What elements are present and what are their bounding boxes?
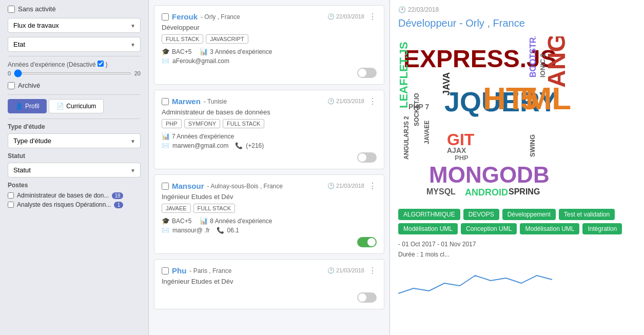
candidate-checkbox[interactable]: [162, 267, 169, 274]
range-max: 20: [134, 70, 141, 76]
card-info-row: 🎓 BAC+5📊 8 Années d'expérience: [162, 217, 377, 225]
candidate-card[interactable]: Phu - Paris , France 🕐 21/03/2018 ⋮ Ingé…: [154, 259, 384, 309]
skill-category-tag[interactable]: Test et validation: [559, 209, 615, 220]
postes-checkbox[interactable]: [8, 192, 14, 199]
timeline-chart: [398, 265, 636, 296]
card-header-left: Marwen - Tunisie: [162, 97, 227, 106]
flux-select[interactable]: Flux de travaux: [8, 18, 141, 33]
timeline-sub: Durée : 1 mois cl...: [398, 251, 636, 258]
postes-item: Analyste des risques Opérationn... 1: [8, 201, 141, 208]
candidate-card[interactable]: Ferouk - Orly , France 🕐 22/03/2018 ⋮ Dé…: [154, 5, 384, 85]
candidate-location: - Paris , France: [189, 267, 231, 274]
profil-tab[interactable]: 👤 Profil: [8, 99, 47, 113]
candidate-toggle[interactable]: [357, 152, 377, 163]
toggle-row: [162, 68, 377, 78]
skill-tag: JAVASCRIPT: [206, 34, 248, 44]
card-title: Ingénieur Etudes et Dév: [162, 278, 377, 285]
experience-info: 📊 8 Années d'expérience: [200, 217, 272, 225]
candidate-toggle[interactable]: [357, 68, 377, 78]
card-header: Phu - Paris , France 🕐 21/03/2018 ⋮: [162, 266, 377, 275]
curriculum-tab[interactable]: 📄 Curriculum: [49, 99, 104, 113]
right-date: 🕐 22/03/2018: [398, 6, 636, 13]
word-cloud-item: SOCKET.IO: [414, 93, 420, 126]
profil-curriculum-tabs: 👤 Profil 📄 Curriculum: [8, 99, 141, 113]
candidate-card[interactable]: Mansour - Aulnay-sous-Bois , France 🕐 21…: [154, 174, 384, 254]
card-date: 🕐 21/03/2018: [327, 183, 364, 189]
sans-activite-checkbox[interactable]: [8, 6, 15, 13]
card-more-menu[interactable]: ⋮: [368, 96, 377, 106]
skill-category-tag[interactable]: DEVOPS: [463, 209, 499, 220]
type-etude-select-row: Type d'étude: [8, 133, 141, 148]
toggle-row: [162, 237, 377, 247]
doc-icon: 📄: [56, 103, 64, 110]
tags-row: PHPSYMFONYFULL STACK: [162, 119, 377, 128]
word-cloud-item: ANDROID: [465, 188, 508, 197]
word-cloud-item: SPRING: [509, 188, 540, 196]
experience-info: 📊 3 Années d'expérience: [200, 48, 272, 55]
candidate-toggle[interactable]: [357, 237, 377, 247]
postes-list: Administrateur de bases de don... 18 Ana…: [8, 192, 141, 208]
card-header-left: Ferouk - Orly , France: [162, 12, 240, 21]
email-icon: ✉️: [162, 227, 169, 234]
statut-select-row: Statut: [8, 163, 141, 178]
candidate-card[interactable]: Marwen - Tunisie 🕐 21/03/2018 ⋮ Administ…: [154, 90, 384, 169]
email-icon: ✉️: [162, 142, 169, 149]
skill-tags: ALGORITHMIQUEDEVOPSDéveloppementTest et …: [398, 209, 636, 234]
candidate-name[interactable]: Ferouk: [172, 12, 198, 21]
card-more-menu[interactable]: ⋮: [368, 12, 377, 22]
statut-select[interactable]: Statut: [8, 163, 141, 178]
candidate-checkbox[interactable]: [162, 13, 169, 21]
candidate-name[interactable]: Marwen: [172, 97, 201, 106]
timeline-text: - 01 Oct 2017 - 01 Nov 2017: [398, 241, 636, 248]
archive-checkbox[interactable]: [8, 82, 15, 89]
skill-tag: PHP: [162, 119, 182, 128]
skill-category-tag[interactable]: Modélisation UML: [398, 223, 458, 234]
candidate-checkbox[interactable]: [162, 183, 169, 190]
type-etude-select[interactable]: Type d'étude: [8, 133, 141, 148]
tags-row: JAVAEEFULL STACK: [162, 204, 377, 213]
candidate-name[interactable]: Mansour: [172, 182, 204, 190]
word-cloud-item: PHP: [455, 154, 469, 161]
card-info-row: 🎓 BAC+5📊 3 Années d'expérience: [162, 48, 377, 55]
word-cloud-item: MYSQL: [426, 188, 456, 196]
right-title: Développeur - Orly , France: [398, 17, 636, 29]
divider-3: [8, 119, 141, 119]
skill-tag: JAVAEE: [162, 204, 191, 213]
skill-category-tag[interactable]: Modélisation UML: [520, 223, 579, 234]
postes-checkbox[interactable]: [8, 202, 14, 208]
candidate-toggle[interactable]: [357, 292, 377, 303]
postes-item: Administrateur de bases de don... 18: [8, 192, 141, 199]
tags-row: FULL STACKJAVASCRIPT: [162, 34, 377, 44]
candidate-name[interactable]: Phu: [172, 266, 186, 275]
type-etude-section-title: Type d'étude: [8, 123, 141, 130]
candidate-location: - Orly , France: [201, 13, 240, 21]
card-header: Mansour - Aulnay-sous-Bois , France 🕐 21…: [162, 181, 377, 191]
candidate-checkbox[interactable]: [162, 98, 169, 105]
skill-category-tag[interactable]: Développement: [502, 209, 556, 220]
archive-row: Archivé: [8, 82, 141, 89]
divider-1: [8, 56, 141, 56]
card-header-left: Phu - Paris , France: [162, 266, 231, 275]
annees-checkbox[interactable]: [97, 61, 104, 67]
postes-badge: 1: [114, 202, 123, 208]
skill-tag: FULL STACK: [223, 119, 264, 128]
range-slider[interactable]: [14, 72, 131, 74]
etat-select[interactable]: Etat: [8, 37, 141, 52]
skill-tag: SYMFONY: [184, 119, 220, 128]
phone-icon: 📞: [235, 142, 243, 149]
card-title: Développeur: [162, 24, 377, 31]
card-date: 🕐 22/03/2018: [327, 13, 364, 20]
card-header: Ferouk - Orly , France 🕐 22/03/2018 ⋮: [162, 12, 377, 22]
card-more-menu[interactable]: ⋮: [368, 181, 377, 191]
word-cloud-item: SWING: [529, 134, 536, 157]
card-more-menu[interactable]: ⋮: [368, 266, 377, 275]
skill-category-tag[interactable]: Intégration: [582, 223, 622, 234]
statut-section-title: Statut: [8, 152, 141, 160]
skill-tag: FULL STACK: [162, 34, 203, 44]
candidates-list: Ferouk - Orly , France 🕐 22/03/2018 ⋮ Dé…: [149, 0, 390, 335]
card-date: 🕐 21/03/2018: [327, 98, 364, 105]
toggle-row: [162, 152, 377, 163]
word-cloud: EXPRESS.JSPHP 7LEAFLET.JSJAVAJQUERYHTML5…: [398, 36, 636, 201]
skill-category-tag[interactable]: ALGORITHMIQUE: [398, 209, 460, 220]
skill-category-tag[interactable]: Conception UML: [461, 223, 517, 234]
